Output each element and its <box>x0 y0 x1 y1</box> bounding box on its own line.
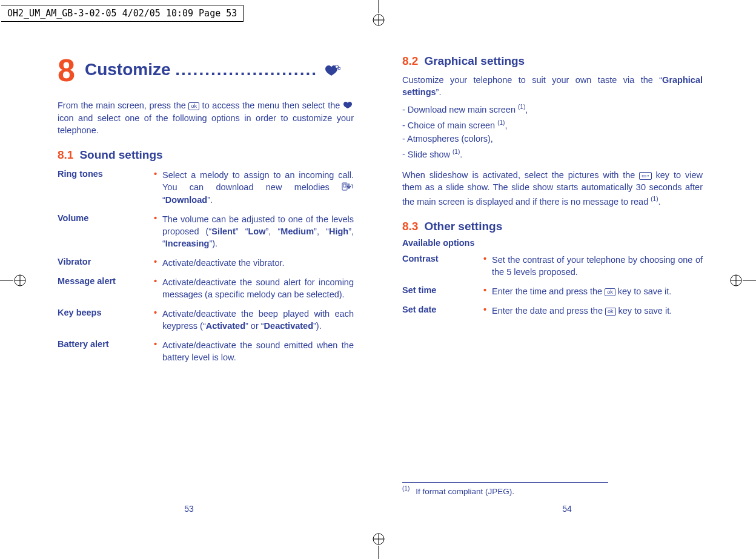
nav-key-icon: ▭▫ <box>639 172 651 180</box>
row-contrast: Contrast • Set the contrast of your tele… <box>402 251 703 283</box>
section-heading-8-1: 8.1Sound settings <box>58 148 354 162</box>
desc: Activate/deactivate the beep played with… <box>162 305 354 337</box>
bullet-icon: • <box>483 283 492 302</box>
row-key-beeps: Key beeps • Activate/deactivate the beep… <box>58 305 354 337</box>
bullet-icon: • <box>154 305 162 337</box>
row-vibrator: Vibrator • Activate/deactivate the vibra… <box>58 254 354 274</box>
desc: Activate/deactivate the sound emitted wh… <box>162 337 354 368</box>
bullet-icon: • <box>483 302 492 322</box>
available-options-label: Available options <box>402 238 703 248</box>
bullet-icon: • <box>154 274 162 305</box>
term: Ring tones <box>58 167 154 211</box>
footnote-mark: (1) <box>402 485 409 492</box>
page-right: 8.2Graphical settings Customize your tel… <box>378 0 756 559</box>
bullet-icon: • <box>154 254 162 274</box>
ok-key-icon: ok <box>605 308 616 316</box>
page-left: 8 Customize ........................ Fro… <box>0 0 378 559</box>
svg-rect-19 <box>343 184 346 187</box>
section-number: 8.3 <box>402 220 418 233</box>
desc: The volume can be adjusted to one of the… <box>162 211 354 254</box>
term: Set date <box>402 302 483 322</box>
bullet-icon: • <box>154 167 162 211</box>
sec82-paragraph: When slideshow is activated, select the … <box>402 169 703 208</box>
row-message-alert: Message alert • Activate/deactivate the … <box>58 274 354 305</box>
chapter-title: Customize ........................ <box>85 60 354 81</box>
list-item: Download new main screen (1), <box>402 101 703 116</box>
list-item: Atmospheres (colors), <box>402 132 703 145</box>
section-heading-8-3: 8.3Other settings <box>402 220 703 233</box>
chapter-title-text: Customize <box>85 60 171 79</box>
footnote-area: (1)If format compliant (JPEG). <box>402 482 703 496</box>
desc: Select a melody to assign to an incoming… <box>162 167 354 211</box>
bullet-icon: • <box>154 211 162 254</box>
heart-icon <box>325 61 340 81</box>
row-ring-tones: Ring tones • Select a melody to assign t… <box>58 167 354 211</box>
term: Battery alert <box>58 337 154 368</box>
sound-settings-list: Ring tones • Select a melody to assign t… <box>58 167 354 368</box>
other-settings-list: Contrast • Set the contrast of your tele… <box>402 251 703 322</box>
ok-key-icon: ok <box>188 102 199 110</box>
desc: Enter the time and press the ok key to s… <box>492 283 703 302</box>
term: Volume <box>58 211 154 254</box>
row-volume: Volume • The volume can be adjusted to o… <box>58 211 354 254</box>
section-title: Sound settings <box>79 148 162 161</box>
term: Contrast <box>402 251 483 283</box>
spread: 8 Customize ........................ Fro… <box>0 0 756 559</box>
chapter-title-dots: ........................ <box>175 60 317 79</box>
row-set-date: Set date • Enter the date and press the … <box>402 302 703 322</box>
term: Set time <box>402 283 483 302</box>
bullet-icon: • <box>483 251 492 283</box>
section-number: 8.1 <box>58 148 73 161</box>
download-melody-icon <box>342 182 354 194</box>
term: Key beeps <box>58 305 154 337</box>
heart-icon <box>343 100 354 112</box>
chapter-number: 8 <box>58 55 74 86</box>
desc: Activate/deactivate the sound alert for … <box>162 274 354 305</box>
section-heading-8-2: 8.2Graphical settings <box>402 55 703 68</box>
chapter-header: 8 Customize ........................ <box>58 55 354 86</box>
desc: Set the contrast of your telephone by ch… <box>492 251 703 283</box>
intro-paragraph: From the main screen, press the ok to ac… <box>58 99 354 136</box>
bullet-icon: • <box>154 337 162 368</box>
row-battery-alert: Battery alert • Activate/deactivate the … <box>58 337 354 368</box>
page-number-left: 53 <box>0 504 378 514</box>
footnote: (1)If format compliant (JPEG). <box>402 485 703 496</box>
footnote-text: If format compliant (JPEG). <box>416 486 514 495</box>
list-item: Choice of main screen (1), <box>402 116 703 132</box>
page-number-right: 54 <box>378 504 756 514</box>
footnote-rule <box>402 482 608 483</box>
desc: Activate/deactivate the vibrator. <box>162 254 354 274</box>
section-title: Other settings <box>424 220 502 233</box>
desc: Enter the date and press the ok key to s… <box>492 302 703 322</box>
term: Vibrator <box>58 254 154 274</box>
ok-key-icon: ok <box>605 288 615 296</box>
section-number: 8.2 <box>402 55 418 67</box>
term: Message alert <box>58 274 154 305</box>
section-title: Graphical settings <box>424 55 525 67</box>
graphical-settings-list: Download new main screen (1), Choice of … <box>402 101 703 160</box>
row-set-time: Set time • Enter the time and press the … <box>402 283 703 302</box>
svg-point-17 <box>338 67 340 70</box>
list-item: Slide show (1). <box>402 145 703 161</box>
sec82-intro: Customize your telephone to suit your ow… <box>402 74 703 98</box>
svg-point-16 <box>335 65 338 68</box>
